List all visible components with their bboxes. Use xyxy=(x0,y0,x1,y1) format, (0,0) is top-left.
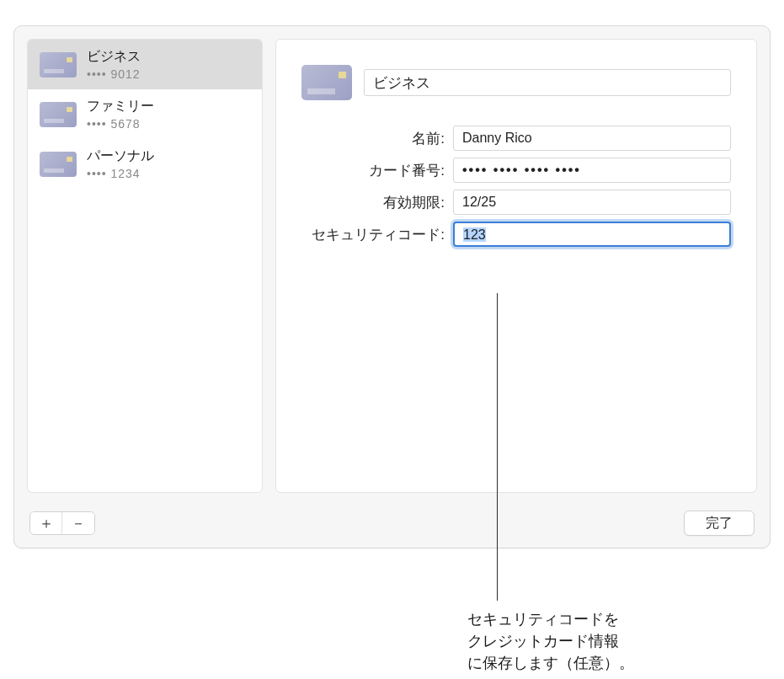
sidebar-item-text: ビジネス •••• 9012 xyxy=(87,48,141,81)
row-card-number: カード番号: •••• •••• •••• •••• xyxy=(301,158,731,183)
detail-pane: 名前: カード番号: •••• •••• •••• •••• 有効期限: セキュ… xyxy=(275,39,757,493)
sidebar-item-last4: •••• 5678 xyxy=(87,117,154,131)
credit-card-icon xyxy=(40,52,77,78)
done-button[interactable]: 完了 xyxy=(684,511,755,536)
sidebar-item-text: パーソナル •••• 1234 xyxy=(87,147,154,180)
card-number-value: •••• •••• •••• •••• xyxy=(462,158,581,178)
row-expiry: 有効期限: xyxy=(301,190,731,215)
content-area: ビジネス •••• 9012 ファミリー •••• 5678 パーソナル xyxy=(14,26,770,505)
name-input[interactable] xyxy=(453,126,731,151)
security-code-input[interactable]: 123 xyxy=(453,222,731,247)
remove-button[interactable]: － xyxy=(62,512,94,534)
preferences-window: ビジネス •••• 9012 ファミリー •••• 5678 パーソナル xyxy=(13,25,771,548)
name-label: 名前: xyxy=(301,129,445,148)
sidebar-item-text: ファミリー •••• 5678 xyxy=(87,98,154,131)
security-code-value: 123 xyxy=(463,223,486,243)
card-title-input[interactable] xyxy=(364,69,731,96)
form-rows: 名前: カード番号: •••• •••• •••• •••• 有効期限: セキュ… xyxy=(301,126,731,247)
sidebar-item-title: ビジネス xyxy=(87,48,141,66)
card-list: ビジネス •••• 9012 ファミリー •••• 5678 パーソナル xyxy=(28,40,262,492)
credit-card-icon xyxy=(301,65,352,100)
callout-leader-line xyxy=(497,293,498,601)
plus-icon: ＋ xyxy=(39,513,54,533)
sidebar-item-title: パーソナル xyxy=(87,147,154,165)
card-number-label: カード番号: xyxy=(301,161,445,180)
detail-header xyxy=(301,65,731,100)
card-sidebar: ビジネス •••• 9012 ファミリー •••• 5678 パーソナル xyxy=(27,39,263,493)
add-remove-group: ＋ － xyxy=(29,511,95,535)
security-code-label: セキュリティコード: xyxy=(301,225,445,244)
sidebar-item-last4: •••• 9012 xyxy=(87,67,141,81)
expiry-label: 有効期限: xyxy=(301,193,445,212)
row-name: 名前: xyxy=(301,126,731,151)
row-security-code: セキュリティコード: 123 xyxy=(301,222,731,247)
sidebar-item-last4: •••• 1234 xyxy=(87,167,154,180)
add-button[interactable]: ＋ xyxy=(30,512,62,534)
callout-text: セキュリティコードを クレジットカード情報 に保存します（任意）。 xyxy=(467,608,634,674)
card-number-input[interactable]: •••• •••• •••• •••• xyxy=(453,158,731,183)
sidebar-item-family[interactable]: ファミリー •••• 5678 xyxy=(28,89,262,139)
credit-card-icon xyxy=(40,102,77,127)
expiry-input[interactable] xyxy=(453,190,731,215)
sidebar-item-business[interactable]: ビジネス •••• 9012 xyxy=(28,40,262,89)
footer: ＋ － 完了 xyxy=(14,505,770,548)
sidebar-item-title: ファミリー xyxy=(87,98,154,115)
sidebar-item-personal[interactable]: パーソナル •••• 1234 xyxy=(28,139,262,189)
minus-icon: － xyxy=(71,513,86,533)
credit-card-icon xyxy=(40,152,77,177)
